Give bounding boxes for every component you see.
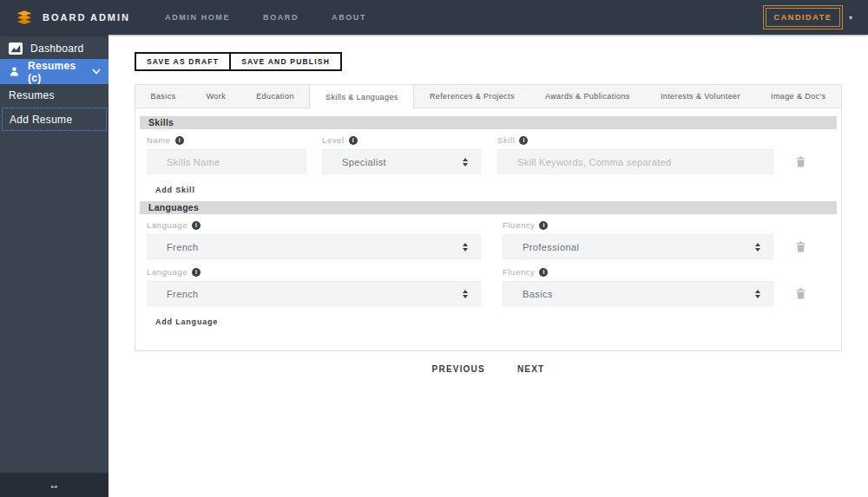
fluency-group: Fluency i Basics: [503, 261, 773, 306]
info-icon[interactable]: i: [519, 136, 528, 145]
select-arrows-icon: [755, 290, 760, 298]
languages-section-header: Languages: [140, 201, 837, 214]
chevron-down-icon[interactable]: ▾: [849, 14, 852, 22]
delete-language-button[interactable]: [785, 281, 816, 306]
sidebar-item-dashboard[interactable]: Dashboard: [0, 37, 108, 59]
save-and-publish-button[interactable]: SAVE AND PUBLISH: [229, 52, 342, 71]
fluency-value: Professional: [523, 242, 579, 252]
brand[interactable]: BOARD ADMIN: [0, 10, 130, 25]
nav-links: ADMIN HOME BOARD ABOUT: [165, 13, 366, 22]
fluency-select[interactable]: Basics: [503, 281, 773, 306]
select-arrows-icon: [463, 158, 468, 167]
nav-link-about[interactable]: ABOUT: [332, 13, 366, 22]
language-value: French: [167, 289, 199, 299]
select-arrows-icon: [755, 243, 760, 252]
select-arrows-icon: [463, 290, 468, 298]
sidebar-item-resumes-group[interactable]: Resumes (c): [0, 59, 108, 84]
skill-name-input[interactable]: [147, 149, 306, 174]
nav-link-admin-home[interactable]: ADMIN HOME: [165, 13, 230, 22]
top-navbar: BOARD ADMIN ADMIN HOME BOARD ABOUT CANDI…: [0, 0, 868, 35]
skills-section-header: Skills: [140, 116, 837, 129]
info-icon[interactable]: i: [192, 268, 201, 277]
pager: PREVIOUS NEXT: [108, 364, 868, 374]
add-skill-button[interactable]: Add Skill: [155, 186, 195, 194]
skill-row: Name i Level i Specialist: [147, 129, 830, 174]
tab-image-docs[interactable]: Image & Doc's: [755, 85, 841, 108]
info-icon[interactable]: i: [539, 268, 548, 277]
save-as-draft-button[interactable]: SAVE AS DRAFT: [135, 52, 231, 71]
nav-link-board[interactable]: BOARD: [263, 13, 299, 22]
resize-horizontal-icon: ↔: [49, 479, 60, 491]
chevron-down-icon: [92, 69, 101, 75]
tab-interests-volunteer[interactable]: Interests & Volunteer: [645, 85, 755, 108]
skill-level-select[interactable]: Specialist: [322, 149, 481, 174]
save-actions: SAVE AS DRAFT SAVE AND PUBLISH: [135, 52, 868, 71]
delete-language-button[interactable]: [785, 234, 816, 259]
tab-awards-publications[interactable]: Awards & Publications: [529, 85, 645, 108]
info-icon[interactable]: i: [175, 136, 184, 145]
language-group: Language i French: [147, 214, 481, 259]
next-button[interactable]: NEXT: [517, 364, 544, 374]
candidate-button[interactable]: CANDIDATE: [763, 5, 843, 29]
trash-icon: [796, 156, 806, 167]
skills-section-body: Name i Level i Specialist: [140, 129, 837, 194]
skill-level-group: Level i Specialist: [322, 129, 481, 174]
logo-layers-icon: [15, 10, 34, 25]
previous-button[interactable]: PREVIOUS: [432, 364, 485, 374]
fluency-select[interactable]: Professional: [503, 234, 773, 259]
fluency-label: Fluency: [503, 267, 535, 277]
language-value: French: [167, 242, 199, 252]
language-select[interactable]: French: [147, 281, 481, 306]
sidebar-item-label: Resumes: [9, 89, 55, 101]
tab-panel-skills-languages: Skills Name i Level i: [135, 108, 841, 350]
tab-education[interactable]: Education: [241, 85, 310, 108]
brand-title: BOARD ADMIN: [43, 12, 130, 23]
select-arrows-icon: [463, 243, 468, 252]
language-row: Language i French Fluency i: [147, 261, 830, 306]
dashboard-chart-icon: [9, 43, 23, 55]
fluency-value: Basics: [523, 289, 553, 299]
tab-work[interactable]: Work: [191, 85, 241, 108]
skill-name-label: Name: [147, 135, 171, 145]
tab-basics[interactable]: Basics: [135, 85, 191, 108]
sidebar-item-resumes[interactable]: Resumes: [0, 84, 108, 107]
trash-icon: [796, 241, 806, 252]
person-icon: [9, 66, 20, 77]
skill-level-label: Level: [322, 135, 345, 145]
sidebar-item-label: Dashboard: [30, 43, 83, 55]
main-content: SAVE AS DRAFT SAVE AND PUBLISH Basics Wo…: [108, 35, 868, 497]
info-icon[interactable]: i: [539, 221, 548, 230]
fluency-label: Fluency: [503, 220, 535, 230]
language-select[interactable]: French: [147, 234, 481, 259]
sidebar-item-add-resume[interactable]: Add Resume: [2, 108, 107, 131]
language-label: Language: [147, 220, 187, 230]
sidebar: Dashboard Resumes (c) Resumes Add Resume…: [0, 35, 108, 497]
tab-references-projects[interactable]: References & Projects: [414, 85, 529, 108]
form-tabs: Basics Work Education Skills & Languages…: [135, 85, 841, 108]
skill-keywords-label: Skill: [497, 135, 515, 145]
fluency-group: Fluency i Professional: [503, 214, 773, 259]
resume-form-card: Basics Work Education Skills & Languages…: [135, 84, 842, 351]
languages-section-body: Language i French Fluency i: [140, 214, 837, 326]
trash-icon: [796, 288, 806, 299]
info-icon[interactable]: i: [349, 136, 358, 145]
delete-skill-button[interactable]: [785, 149, 816, 174]
skill-keywords-input[interactable]: [497, 149, 773, 174]
navbar-right: CANDIDATE ▾: [763, 5, 868, 29]
sidebar-collapse-toggle[interactable]: ↔: [0, 473, 108, 497]
language-row: Language i French Fluency i: [147, 214, 830, 259]
skill-level-value: Specialist: [342, 157, 386, 167]
language-group: Language i French: [147, 261, 481, 306]
info-icon[interactable]: i: [192, 221, 201, 230]
skill-name-group: Name i: [147, 129, 306, 174]
sidebar-item-label: Resumes (c): [28, 60, 84, 84]
sidebar-item-label: Add Resume: [10, 114, 72, 126]
skill-keywords-group: Skill i: [497, 129, 773, 174]
language-label: Language: [147, 267, 187, 277]
add-language-button[interactable]: Add Language: [155, 317, 218, 326]
tab-skills-languages[interactable]: Skills & Languages: [309, 85, 414, 108]
